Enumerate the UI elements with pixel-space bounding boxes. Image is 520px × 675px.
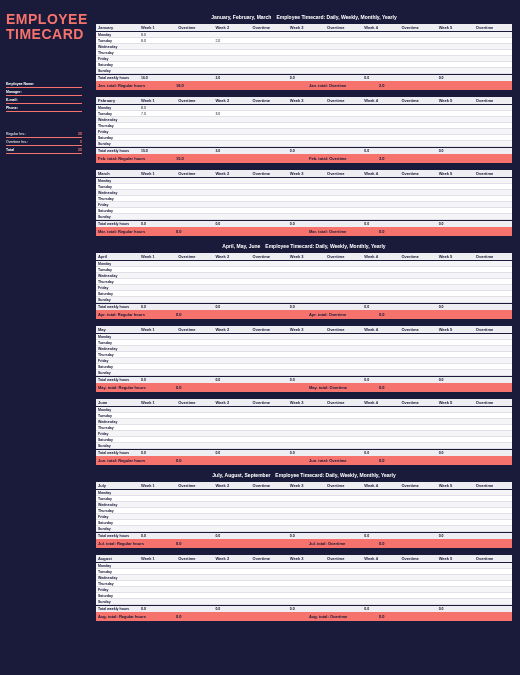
time-cell[interactable] bbox=[177, 39, 214, 43]
time-cell[interactable] bbox=[326, 527, 363, 531]
time-cell[interactable] bbox=[363, 280, 400, 284]
time-cell[interactable] bbox=[140, 136, 177, 140]
time-cell[interactable] bbox=[326, 268, 363, 272]
time-cell[interactable] bbox=[214, 371, 251, 375]
time-cell[interactable] bbox=[289, 353, 326, 357]
time-cell[interactable] bbox=[252, 274, 289, 278]
time-cell[interactable] bbox=[289, 582, 326, 586]
time-cell[interactable] bbox=[177, 191, 214, 195]
time-cell[interactable] bbox=[363, 365, 400, 369]
time-cell[interactable] bbox=[214, 414, 251, 418]
time-cell[interactable] bbox=[400, 347, 437, 351]
time-cell[interactable] bbox=[289, 63, 326, 67]
time-cell[interactable] bbox=[140, 209, 177, 213]
time-cell[interactable] bbox=[400, 191, 437, 195]
time-cell[interactable] bbox=[252, 444, 289, 448]
time-cell[interactable] bbox=[438, 515, 475, 519]
time-cell[interactable] bbox=[400, 359, 437, 363]
time-cell[interactable] bbox=[140, 118, 177, 122]
time-cell[interactable] bbox=[177, 209, 214, 213]
time-cell[interactable] bbox=[289, 515, 326, 519]
time-cell[interactable] bbox=[400, 197, 437, 201]
time-cell[interactable] bbox=[475, 515, 512, 519]
time-cell[interactable] bbox=[326, 142, 363, 146]
time-cell[interactable] bbox=[475, 142, 512, 146]
time-cell[interactable] bbox=[252, 365, 289, 369]
time-cell[interactable] bbox=[177, 365, 214, 369]
time-cell[interactable] bbox=[177, 503, 214, 507]
time-cell[interactable] bbox=[438, 118, 475, 122]
time-cell[interactable] bbox=[438, 420, 475, 424]
time-cell[interactable] bbox=[252, 420, 289, 424]
time-cell[interactable] bbox=[177, 280, 214, 284]
time-cell[interactable] bbox=[289, 118, 326, 122]
time-cell[interactable] bbox=[326, 262, 363, 266]
time-cell[interactable] bbox=[475, 347, 512, 351]
time-cell[interactable] bbox=[214, 341, 251, 345]
time-cell[interactable] bbox=[438, 365, 475, 369]
time-cell[interactable] bbox=[214, 179, 251, 183]
time-cell[interactable] bbox=[438, 600, 475, 604]
time-cell[interactable] bbox=[475, 521, 512, 525]
time-cell[interactable] bbox=[363, 209, 400, 213]
time-cell[interactable] bbox=[289, 130, 326, 134]
time-cell[interactable] bbox=[400, 179, 437, 183]
time-cell[interactable] bbox=[214, 527, 251, 531]
time-cell[interactable] bbox=[475, 298, 512, 302]
time-cell[interactable] bbox=[475, 426, 512, 430]
time-cell[interactable] bbox=[252, 359, 289, 363]
time-cell[interactable] bbox=[363, 582, 400, 586]
time-cell[interactable] bbox=[214, 426, 251, 430]
time-cell[interactable] bbox=[475, 576, 512, 580]
time-cell[interactable] bbox=[289, 274, 326, 278]
time-cell[interactable] bbox=[252, 106, 289, 110]
time-cell[interactable] bbox=[438, 292, 475, 296]
time-cell[interactable] bbox=[363, 335, 400, 339]
time-cell[interactable] bbox=[177, 185, 214, 189]
time-cell[interactable] bbox=[214, 106, 251, 110]
time-cell[interactable] bbox=[438, 185, 475, 189]
field-email[interactable]: E-mail: bbox=[6, 98, 82, 104]
time-cell[interactable] bbox=[438, 57, 475, 61]
time-cell[interactable] bbox=[289, 444, 326, 448]
time-cell[interactable] bbox=[475, 582, 512, 586]
time-cell[interactable] bbox=[326, 600, 363, 604]
time-cell[interactable] bbox=[252, 564, 289, 568]
time-cell[interactable] bbox=[400, 570, 437, 574]
time-cell[interactable] bbox=[140, 203, 177, 207]
time-cell[interactable] bbox=[252, 576, 289, 580]
time-cell[interactable] bbox=[363, 197, 400, 201]
time-cell[interactable] bbox=[140, 408, 177, 412]
time-cell[interactable] bbox=[475, 63, 512, 67]
time-cell[interactable] bbox=[252, 582, 289, 586]
time-cell[interactable] bbox=[252, 438, 289, 442]
time-cell[interactable] bbox=[289, 503, 326, 507]
time-cell[interactable] bbox=[177, 130, 214, 134]
time-cell[interactable] bbox=[252, 588, 289, 592]
time-cell[interactable] bbox=[438, 63, 475, 67]
time-cell[interactable] bbox=[289, 521, 326, 525]
time-cell[interactable] bbox=[140, 515, 177, 519]
time-cell[interactable] bbox=[400, 268, 437, 272]
time-cell[interactable] bbox=[177, 45, 214, 49]
time-cell[interactable] bbox=[326, 432, 363, 436]
time-cell[interactable] bbox=[177, 124, 214, 128]
time-cell[interactable] bbox=[438, 432, 475, 436]
time-cell[interactable] bbox=[326, 51, 363, 55]
time-cell[interactable] bbox=[177, 509, 214, 513]
time-cell[interactable] bbox=[289, 341, 326, 345]
time-cell[interactable] bbox=[289, 136, 326, 140]
time-cell[interactable] bbox=[326, 112, 363, 116]
time-cell[interactable] bbox=[289, 45, 326, 49]
time-cell[interactable] bbox=[214, 444, 251, 448]
time-cell[interactable] bbox=[252, 57, 289, 61]
time-cell[interactable] bbox=[438, 130, 475, 134]
time-cell[interactable] bbox=[252, 142, 289, 146]
time-cell[interactable] bbox=[140, 185, 177, 189]
time-cell[interactable] bbox=[475, 136, 512, 140]
time-cell[interactable] bbox=[326, 39, 363, 43]
time-cell[interactable]: 8.0 bbox=[140, 33, 177, 37]
time-cell[interactable] bbox=[326, 197, 363, 201]
time-cell[interactable] bbox=[214, 45, 251, 49]
time-cell[interactable] bbox=[214, 130, 251, 134]
